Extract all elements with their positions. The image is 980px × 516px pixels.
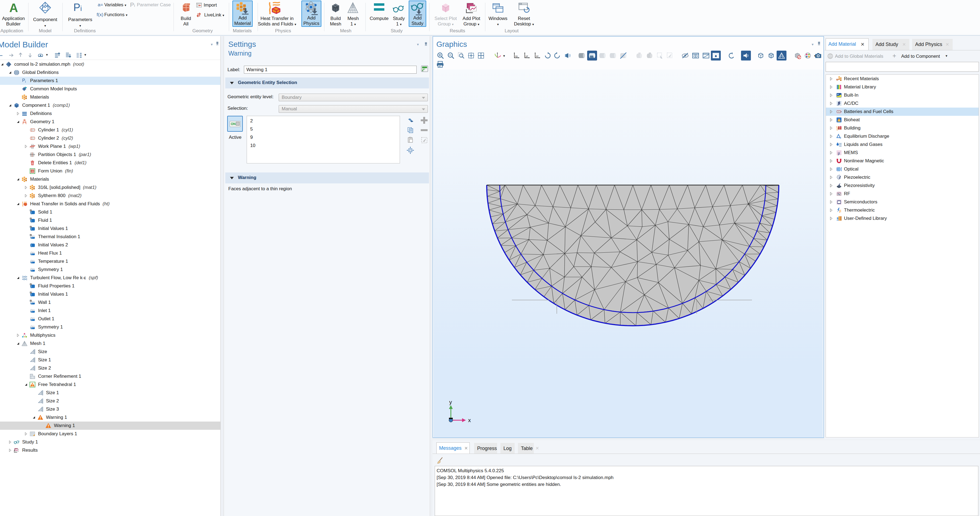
svg-text:D: D	[30, 226, 31, 228]
svg-text:u: u	[840, 136, 841, 139]
svg-text:i: i	[25, 80, 26, 83]
svg-text:D: D	[30, 234, 31, 236]
svg-text:y: y	[449, 399, 452, 405]
svg-text:D: D	[30, 218, 31, 220]
svg-text:D: D	[30, 210, 31, 211]
svg-text:μ: μ	[838, 151, 840, 156]
svg-text:D: D	[30, 283, 31, 285]
svg-text:D: D	[30, 300, 31, 302]
svg-text:P: P	[22, 78, 25, 83]
svg-text:D: D	[30, 292, 31, 293]
svg-text:x: x	[468, 417, 471, 423]
